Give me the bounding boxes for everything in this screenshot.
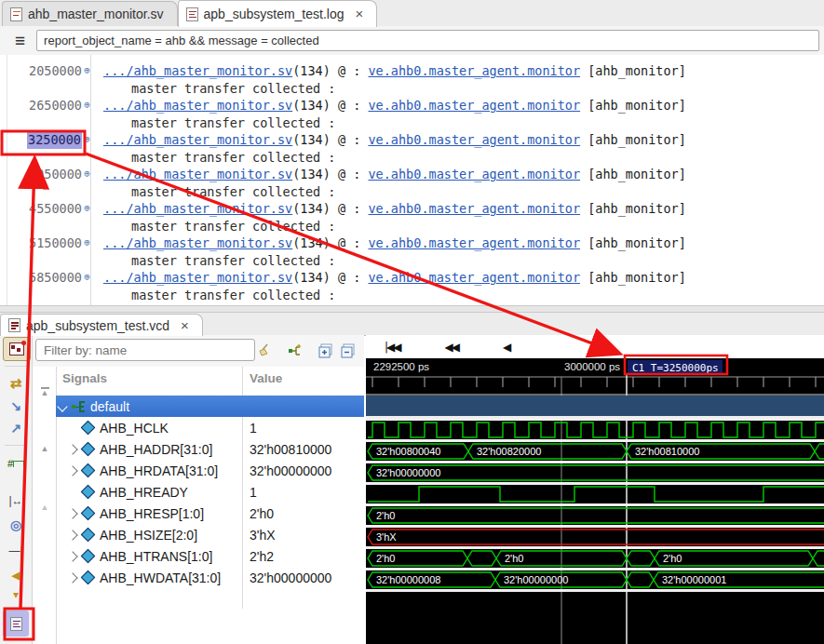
collapse-all-icon[interactable] — [338, 341, 358, 361]
wave-value-label: 32'h00000001 — [662, 574, 726, 585]
value-column-header[interactable]: Value — [250, 371, 282, 385]
log-file-link[interactable]: .../ahb_master_monitor.sv — [103, 63, 292, 78]
row-separator — [366, 416, 824, 421]
chevron-right-icon[interactable] — [67, 530, 77, 540]
clear-filter-icon[interactable] — [254, 341, 275, 361]
selected-group-band — [366, 396, 824, 416]
log-file-link[interactable]: .../ahb_master_monitor.sv — [103, 98, 292, 113]
wave-editor-button[interactable] — [3, 337, 31, 361]
scroll-to-top-icon[interactable]: ▲ — [37, 387, 52, 396]
log-hierarchy-link[interactable]: ve.ahb0.master_agent.monitor — [368, 270, 580, 285]
sync-selection-icon[interactable]: ⇄ — [3, 372, 29, 395]
signal-row-ahb_hresp-1-0-[interactable]: AHB_HRESP[1:0]2'h0 — [56, 503, 364, 524]
signal-name: AHB_HTRANS[1:0] — [100, 549, 212, 564]
signal-row-ahb_hclk[interactable]: AHB_HCLK1 — [56, 417, 364, 438]
signal-row-ahb_haddr-31-0-[interactable]: AHB_HADDR[31:0]32'h00810000 — [56, 438, 364, 460]
log-timestamp[interactable]: 5150000 — [29, 235, 82, 252]
log-entry-gutter: 5850000⊕ — [0, 269, 92, 303]
chevron-right-icon[interactable] — [67, 508, 77, 518]
signals-tree-panel: Signals Value ▲ ▲ ▲ defaultAHB_HCLK1AHB_… — [33, 335, 364, 644]
row-separator — [366, 439, 824, 442]
wave-body: ⇄ ↘ ↗ # |↔ ◎ —| ◀ ▲ — [0, 335, 824, 644]
log-meta-text: (134) @ : — [292, 98, 368, 113]
log-meta-text: (134) @ : — [292, 167, 368, 181]
signal-diamond-icon — [81, 506, 96, 521]
group-icon — [72, 400, 87, 412]
log-hierarchy-link[interactable]: ve.ahb0.master_agent.monitor — [368, 235, 580, 250]
log-meta-text: (134) @ : — [292, 201, 368, 216]
close-tab-icon[interactable]: × — [181, 321, 189, 330]
signals-column-header[interactable]: Signals — [62, 371, 107, 385]
log-hierarchy-link[interactable]: ve.ahb0.master_agent.monitor — [368, 132, 580, 147]
log-file-link[interactable]: .../ahb_master_monitor.sv — [103, 235, 292, 250]
expand-all-icon[interactable] — [316, 341, 336, 361]
signal-filter-input[interactable] — [35, 339, 255, 361]
log-hierarchy-link[interactable]: ve.ahb0.master_agent.monitor — [368, 201, 580, 216]
wave-tabbar: apb_subsystem_test.vcd × — [0, 313, 824, 336]
zoom-selection-icon[interactable]: ◎ — [3, 514, 29, 536]
wave-value-label: 3'hX — [376, 531, 397, 543]
log-tag-text: [ahb_monitor] — [580, 167, 686, 181]
link-with-log-button[interactable] — [3, 610, 29, 637]
previous-marker-icon[interactable]: ◀ — [3, 564, 29, 586]
export-signals-icon[interactable]: ↗ — [3, 417, 29, 439]
signal-value: 1 — [250, 485, 257, 500]
log-message-text: master transfer collected : — [103, 80, 686, 98]
signal-row-ahb_htrans-1-0-[interactable]: AHB_HTRANS[1:0]2'h2 — [56, 545, 364, 567]
log-timestamp[interactable]: 2650000 — [29, 97, 82, 114]
log-tag-text: [ahb_monitor] — [580, 98, 686, 113]
signal-row-ahb_hsize-2-0-[interactable]: AHB_HSIZE[2:0]3'hX — [56, 524, 364, 545]
row-separator — [366, 546, 824, 549]
tab-apb-subsystem-test-vcd[interactable]: apb_subsystem_test.vcd × — [0, 314, 203, 336]
log-view[interactable]: 2050000⊕.../ahb_master_monitor.sv(134) @… — [0, 55, 824, 305]
menu-icon[interactable]: ≡ — [15, 31, 25, 51]
log-timestamp[interactable]: 4550000 — [29, 200, 82, 218]
tree-header: Signals Value — [33, 367, 364, 392]
signal-row-ahb_hready[interactable]: AHB_HREADY1 — [56, 481, 364, 503]
signal-value: 32'h00000000 — [250, 570, 331, 585]
signal-values-icon[interactable]: # — [3, 452, 29, 475]
log-timestamp[interactable]: 3950000 — [29, 166, 82, 183]
close-tab-icon[interactable]: × — [356, 9, 364, 19]
signal-row-ahb_hwdata-31-0-[interactable]: AHB_HWDATA[31:0]32'h00000000 — [56, 567, 364, 588]
cursor-tool-icon[interactable]: —| — [3, 540, 29, 562]
signal-value: 32'h00000000 — [250, 463, 331, 478]
log-file-link[interactable]: .../ahb_master_monitor.sv — [103, 270, 292, 285]
log-entry-message: .../ahb_master_monitor.sv(134) @ : ve.ah… — [103, 200, 686, 235]
go-to-start-icon[interactable]: |◀◀ — [385, 341, 400, 354]
chevron-right-icon[interactable] — [67, 572, 77, 583]
scroll-up-icon[interactable]: ▲ — [37, 446, 52, 452]
log-filter-input[interactable] — [36, 30, 819, 51]
fast-backward-icon[interactable]: ◀◀ — [445, 341, 458, 354]
tab-ahb-master-monitor[interactable]: ahb_master_monitor.sv — [2, 1, 178, 26]
split-sash[interactable] — [0, 305, 824, 313]
row-separator — [366, 568, 824, 570]
next-marker-icon[interactable]: ▲ — [3, 584, 29, 607]
chevron-right-icon[interactable] — [67, 551, 77, 561]
chevron-right-icon[interactable] — [67, 444, 77, 454]
measure-time-icon[interactable]: |↔ — [3, 490, 29, 512]
log-hierarchy-link[interactable]: ve.ahb0.master_agent.monitor — [368, 63, 580, 78]
ruler-time-label: 2292500 ps — [373, 361, 429, 372]
log-timestamp-selected[interactable]: 3250000 — [27, 131, 82, 149]
flatten-tree-icon[interactable] — [286, 341, 306, 361]
tree-group-default[interactable]: default — [56, 396, 364, 417]
signal-row-ahb_hrdata-31-0-[interactable]: AHB_HRDATA[31:0]32'h00000000 — [56, 460, 364, 481]
chevron-down-icon[interactable] — [57, 401, 67, 411]
log-timestamp[interactable]: 2050000 — [29, 62, 82, 80]
signals-tree: defaultAHB_HCLK1AHB_HADDR[31:0]32'h00810… — [56, 396, 364, 588]
log-hierarchy-link[interactable]: ve.ahb0.master_agent.monitor — [368, 167, 580, 181]
log-entry-gutter: 3950000⊕ — [0, 166, 92, 200]
log-file-link[interactable]: .../ahb_master_monitor.sv — [103, 167, 292, 181]
waveform-canvas[interactable]: 2292500 ps3000000 psC1 T=3250000ps32'h00… — [366, 358, 824, 644]
import-signals-icon[interactable]: ↘ — [3, 395, 29, 417]
log-file-link[interactable]: .../ahb_master_monitor.sv — [103, 132, 292, 147]
log-hierarchy-link[interactable]: ve.ahb0.master_agent.monitor — [368, 98, 580, 113]
step-backward-icon[interactable]: ◀ — [503, 341, 509, 354]
tab-apb-subsystem-test-log[interactable]: apb_subsystem_test.log × — [178, 0, 378, 27]
log-file-link[interactable]: .../ahb_master_monitor.sv — [103, 201, 292, 216]
chevron-right-icon[interactable] — [67, 465, 77, 476]
wave-value-label: 32'h00000000 — [504, 574, 568, 585]
log-timestamp[interactable]: 5850000 — [29, 269, 82, 287]
editor-tabbar: ahb_master_monitor.sv apb_subsystem_test… — [0, 0, 824, 27]
